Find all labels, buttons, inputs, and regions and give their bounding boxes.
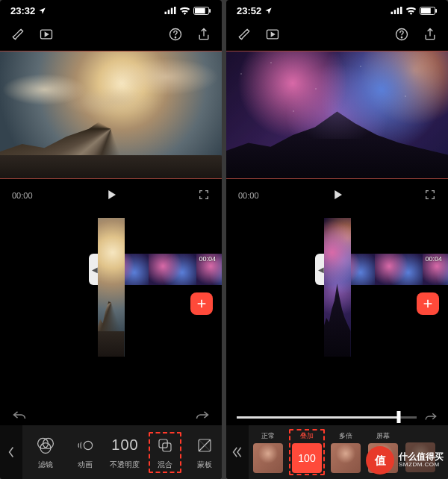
location-arrow-icon — [38, 7, 46, 15]
back-button[interactable] — [0, 425, 22, 479]
svg-rect-1 — [168, 10, 170, 14]
svg-point-9 — [175, 37, 175, 38]
tool-label: 混合 — [158, 460, 172, 470]
undo-icon[interactable] — [12, 410, 27, 423]
blend-label: 多倍 — [339, 431, 352, 441]
watermark-badge: 值 — [366, 446, 394, 475]
clip-end-time: 00:04 — [199, 255, 216, 263]
help-icon[interactable] — [168, 27, 183, 45]
svg-rect-18 — [394, 10, 396, 14]
clip-end-time: 00:04 — [425, 255, 442, 263]
tool-opacity[interactable]: 100 不透明度 — [108, 435, 141, 470]
blend-thumb — [331, 443, 361, 473]
fullscreen-icon[interactable] — [424, 189, 436, 202]
redo-icon[interactable] — [424, 410, 438, 424]
blend-thumb — [253, 443, 283, 473]
signal-icon — [391, 7, 402, 14]
share-icon[interactable] — [423, 27, 438, 45]
svg-point-13 — [84, 441, 92, 449]
tool-label: 滤镜 — [38, 460, 53, 470]
video-preview[interactable] — [0, 51, 222, 178]
intensity-slider[interactable] — [237, 410, 438, 424]
play-button[interactable] — [105, 188, 118, 203]
svg-point-26 — [401, 37, 402, 38]
chevron-left-icon — [7, 446, 15, 458]
status-bar: 23:32 — [0, 0, 222, 21]
blend-mode-normal[interactable]: 正常 — [252, 431, 284, 473]
wifi-icon — [179, 7, 190, 15]
overlap-circles-icon — [36, 435, 55, 456]
status-bar: 23:52 — [226, 0, 448, 21]
tool-label: 不透明度 — [110, 460, 140, 470]
svg-rect-0 — [165, 12, 167, 14]
svg-rect-3 — [174, 7, 176, 14]
svg-rect-20 — [400, 7, 402, 14]
signal-icon — [164, 7, 176, 14]
share-icon[interactable] — [196, 27, 211, 45]
tool-label: 动画 — [78, 460, 93, 470]
blend-label: 屏幕 — [376, 431, 390, 441]
watermark: 值 什么值得买 SMZDM.COM — [366, 446, 444, 475]
help-icon[interactable] — [394, 27, 409, 45]
add-clip-button[interactable] — [190, 292, 213, 315]
status-time: 23:52 — [237, 5, 261, 16]
blend-intensity-value: 100 — [298, 452, 315, 464]
blend-label: 正常 — [261, 431, 275, 441]
blend-label: 叠加 — [300, 431, 314, 441]
blend-mode-multiply[interactable]: 多倍 — [329, 431, 362, 473]
playhead[interactable] — [324, 218, 351, 357]
playhead[interactable] — [98, 218, 125, 357]
time-current: 00:00 — [12, 191, 33, 200]
right-screenshot: 23:52 — [226, 0, 448, 479]
blend-thumb: 100 — [292, 443, 322, 473]
top-toolbar — [0, 21, 222, 51]
play-button[interactable] — [331, 188, 344, 203]
left-screenshot: 23:32 — [0, 0, 222, 479]
fullscreen-icon[interactable] — [198, 189, 210, 202]
tool-label: 蒙板 — [197, 460, 212, 470]
transport-bar: 00:00 00:00 — [0, 179, 222, 212]
svg-rect-2 — [171, 8, 173, 14]
transport-bar: 00:00 00:00 — [226, 179, 448, 212]
back-button[interactable] — [226, 425, 249, 479]
svg-rect-22 — [421, 7, 431, 13]
top-toolbar — [226, 21, 448, 51]
battery-icon — [193, 7, 211, 15]
svg-rect-6 — [209, 9, 211, 13]
redo-icon[interactable] — [195, 410, 210, 423]
opacity-value: 100 — [111, 435, 138, 456]
svg-rect-17 — [391, 12, 393, 14]
playback-settings-icon[interactable] — [265, 27, 280, 45]
edit-strip — [0, 407, 222, 425]
blend-mode-add[interactable]: 叠加 100 — [289, 429, 325, 475]
time-current: 00:00 — [238, 191, 259, 200]
tool-filter[interactable]: 滤镜 — [29, 435, 62, 470]
add-clip-button[interactable] — [417, 292, 439, 315]
timeline[interactable]: ◀ 00:04 — [226, 212, 448, 425]
chevron-double-left-icon — [232, 446, 243, 458]
tool-animation[interactable]: 动画 — [69, 435, 102, 470]
watermark-en: SMZDM.COM — [399, 462, 444, 469]
location-arrow-icon — [264, 7, 273, 15]
timeline[interactable]: ◀ 00:04 — [0, 212, 222, 407]
wifi-icon — [405, 7, 417, 15]
mask-diag-icon — [196, 435, 214, 456]
plus-icon — [196, 298, 208, 310]
blend-squares-icon — [156, 435, 174, 456]
tool-mask[interactable]: 蒙板 — [188, 435, 221, 470]
svg-rect-19 — [397, 8, 399, 14]
brush-icon[interactable] — [237, 27, 252, 45]
status-time: 23:32 — [10, 5, 35, 16]
blend-label — [420, 433, 422, 440]
motion-icon — [76, 435, 94, 456]
bottom-toolbar: 滤镜 动画 100 不透明度 混合 — [0, 425, 222, 479]
battery-icon — [420, 7, 438, 15]
playback-settings-icon[interactable] — [39, 27, 54, 45]
svg-rect-5 — [195, 7, 205, 13]
plus-icon — [422, 298, 434, 310]
svg-rect-23 — [435, 9, 437, 13]
video-preview[interactable] — [226, 51, 448, 178]
brush-icon[interactable] — [10, 27, 25, 45]
tool-blend[interactable]: 混合 — [149, 432, 181, 473]
